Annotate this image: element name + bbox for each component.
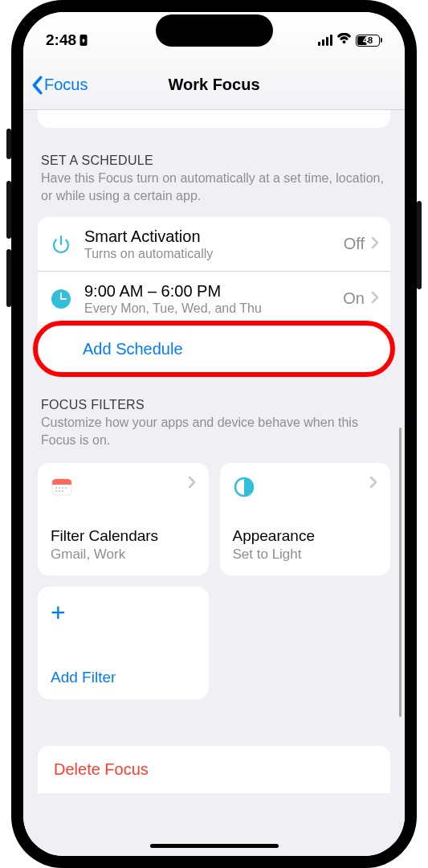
schedule-card-group: Smart Activation Turns on automatically … <box>38 217 390 372</box>
phone-screen: 2:48 48 <box>23 12 405 856</box>
battery-indicator: 48 <box>356 35 382 47</box>
svg-rect-2 <box>83 40 84 43</box>
filter-calendars-tile[interactable]: Filter Calendars Gmail, Work <box>38 463 209 575</box>
dynamic-island <box>156 14 273 47</box>
svg-point-15 <box>55 490 57 492</box>
time-schedule-row[interactable]: 9:00 AM – 6:00 PM Every Mon, Tue, Wed, a… <box>38 271 390 326</box>
home-indicator[interactable] <box>150 844 279 848</box>
smart-activation-title: Smart Activation <box>84 227 344 246</box>
smart-activation-row[interactable]: Smart Activation Turns on automatically … <box>38 217 390 271</box>
content-scroll[interactable]: SET A SCHEDULE Have this Focus turn on a… <box>23 110 405 856</box>
chevron-right-icon <box>369 476 377 492</box>
phone-frame: 2:48 48 <box>11 0 417 868</box>
portrait-lock-icon <box>79 34 88 47</box>
previous-card-peek <box>38 110 390 128</box>
time-schedule-status: On <box>343 289 365 308</box>
section-desc-schedule: Have this Focus turn on automatically at… <box>41 170 387 204</box>
chevron-left-icon <box>30 76 44 95</box>
svg-point-17 <box>62 490 63 492</box>
chevron-right-icon <box>371 236 379 252</box>
add-schedule-button[interactable]: Add Schedule <box>38 326 390 372</box>
section-title-filters: FOCUS FILTERS <box>41 398 387 412</box>
scroll-indicator <box>399 428 402 717</box>
cellular-signal-icon <box>318 35 332 46</box>
chevron-right-icon <box>371 291 379 307</box>
appearance-icon <box>233 476 255 498</box>
back-label: Focus <box>44 76 88 94</box>
appearance-tile[interactable]: Appearance Set to Light <box>220 463 391 575</box>
svg-point-14 <box>65 487 67 489</box>
add-filter-tile[interactable]: + Add Filter <box>38 587 209 699</box>
svg-point-13 <box>62 487 63 489</box>
status-time: 2:48 <box>46 31 88 49</box>
delete-focus-button[interactable]: Delete Focus <box>38 746 390 793</box>
power-icon <box>49 232 73 256</box>
section-title-schedule: SET A SCHEDULE <box>41 154 387 168</box>
add-schedule-label: Add Schedule <box>83 340 183 358</box>
calendar-tile-title: Filter Calendars <box>51 527 196 545</box>
smart-activation-status: Off <box>344 235 365 253</box>
plus-icon: + <box>51 600 66 625</box>
svg-point-12 <box>59 487 60 489</box>
svg-point-11 <box>55 487 57 489</box>
add-filter-label: Add Filter <box>51 669 196 686</box>
calendar-icon <box>51 476 73 498</box>
svg-rect-10 <box>52 483 71 485</box>
section-desc-filters: Customize how your apps and device behav… <box>41 414 387 448</box>
svg-point-16 <box>59 490 60 492</box>
chevron-right-icon <box>188 476 196 492</box>
battery-percent: 48 <box>357 35 379 45</box>
calendar-tile-sub: Gmail, Work <box>51 547 196 563</box>
appearance-tile-title: Appearance <box>233 527 378 545</box>
delete-focus-label: Delete Focus <box>54 760 374 779</box>
filters-section: FOCUS FILTERS Customize how your apps an… <box>23 398 405 699</box>
appearance-tile-sub: Set to Light <box>233 547 378 563</box>
wifi-icon <box>336 33 352 47</box>
status-icons: 48 <box>318 33 382 47</box>
time-text: 2:48 <box>46 31 76 49</box>
smart-activation-sub: Turns on automatically <box>84 247 344 261</box>
time-schedule-sub: Every Mon, Tue, Wed, and Thu <box>84 301 343 316</box>
navigation-bar: Focus Work Focus <box>23 60 405 110</box>
schedule-section: SET A SCHEDULE Have this Focus turn on a… <box>23 154 405 372</box>
time-schedule-title: 9:00 AM – 6:00 PM <box>84 281 343 301</box>
back-button[interactable]: Focus <box>30 76 88 95</box>
clock-icon <box>49 287 73 311</box>
